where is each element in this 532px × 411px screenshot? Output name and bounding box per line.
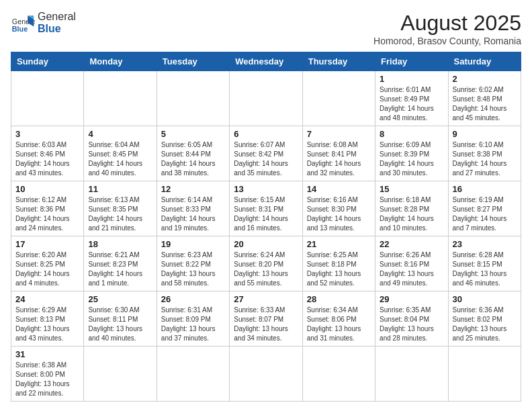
day-info: Sunrise: 6:38 AM Sunset: 8:00 PM Dayligh…	[15, 361, 79, 398]
day-number: 23	[453, 239, 517, 249]
calendar-day-cell: 20Sunrise: 6:24 AM Sunset: 8:20 PM Dayli…	[230, 236, 302, 291]
day-info: Sunrise: 6:13 AM Sunset: 8:35 PM Dayligh…	[88, 195, 152, 233]
calendar-day-cell	[302, 71, 375, 126]
calendar-day-cell	[84, 347, 157, 402]
day-info: Sunrise: 6:25 AM Sunset: 8:18 PM Dayligh…	[307, 250, 371, 288]
calendar-day-cell: 27Sunrise: 6:33 AM Sunset: 8:07 PM Dayli…	[230, 291, 302, 347]
day-info: Sunrise: 6:18 AM Sunset: 8:28 PM Dayligh…	[380, 195, 443, 233]
day-number: 8	[380, 129, 443, 139]
day-info: Sunrise: 6:01 AM Sunset: 8:49 PM Dayligh…	[380, 85, 443, 123]
day-number: 1	[380, 74, 443, 84]
column-header-sunday: Sunday	[11, 52, 84, 71]
day-info: Sunrise: 6:15 AM Sunset: 8:31 PM Dayligh…	[234, 195, 298, 233]
day-number: 27	[234, 294, 298, 304]
day-number: 3	[15, 129, 79, 139]
day-info: Sunrise: 6:16 AM Sunset: 8:30 PM Dayligh…	[307, 195, 371, 233]
day-number: 12	[161, 184, 225, 194]
column-header-saturday: Saturday	[448, 52, 521, 71]
day-number: 20	[234, 239, 298, 249]
day-info: Sunrise: 6:33 AM Sunset: 8:07 PM Dayligh…	[234, 306, 298, 343]
calendar-day-cell: 25Sunrise: 6:30 AM Sunset: 8:11 PM Dayli…	[84, 291, 157, 347]
calendar-day-cell	[230, 71, 302, 126]
calendar-day-cell: 7Sunrise: 6:08 AM Sunset: 8:41 PM Daylig…	[302, 126, 375, 181]
column-header-tuesday: Tuesday	[157, 52, 229, 71]
day-info: Sunrise: 6:36 AM Sunset: 8:02 PM Dayligh…	[453, 306, 517, 343]
day-number: 22	[380, 239, 443, 249]
calendar-week-row: 1Sunrise: 6:01 AM Sunset: 8:49 PM Daylig…	[11, 71, 521, 126]
title-area: August 2025 Homorod, Brasov County, Roma…	[373, 11, 521, 46]
day-number: 9	[453, 129, 517, 139]
day-number: 14	[307, 184, 371, 194]
calendar-day-cell: 21Sunrise: 6:25 AM Sunset: 8:18 PM Dayli…	[302, 236, 375, 291]
logo-blue-text: Blue	[38, 23, 76, 35]
calendar-day-cell: 4Sunrise: 6:04 AM Sunset: 8:45 PM Daylig…	[84, 126, 157, 181]
day-number: 30	[453, 294, 517, 304]
calendar-day-cell: 12Sunrise: 6:14 AM Sunset: 8:33 PM Dayli…	[157, 181, 229, 236]
calendar-day-cell: 9Sunrise: 6:10 AM Sunset: 8:38 PM Daylig…	[448, 126, 521, 181]
calendar-day-cell	[302, 347, 375, 402]
day-info: Sunrise: 6:05 AM Sunset: 8:44 PM Dayligh…	[161, 140, 225, 178]
day-info: Sunrise: 6:34 AM Sunset: 8:06 PM Dayligh…	[307, 306, 371, 343]
month-year-title: August 2025	[373, 11, 521, 36]
calendar-day-cell	[157, 71, 229, 126]
calendar-day-cell: 22Sunrise: 6:26 AM Sunset: 8:16 PM Dayli…	[375, 236, 448, 291]
day-number: 6	[234, 129, 298, 139]
day-number: 13	[234, 184, 298, 194]
calendar-day-cell: 6Sunrise: 6:07 AM Sunset: 8:42 PM Daylig…	[230, 126, 302, 181]
day-number: 5	[161, 129, 225, 139]
calendar-day-cell: 26Sunrise: 6:31 AM Sunset: 8:09 PM Dayli…	[157, 291, 229, 347]
day-number: 10	[15, 184, 79, 194]
day-number: 7	[307, 129, 371, 139]
day-number: 31	[15, 349, 79, 359]
calendar-day-cell	[375, 347, 448, 402]
day-info: Sunrise: 6:09 AM Sunset: 8:39 PM Dayligh…	[380, 140, 443, 178]
calendar-table: SundayMondayTuesdayWednesdayThursdayFrid…	[11, 52, 521, 402]
calendar-week-row: 31Sunrise: 6:38 AM Sunset: 8:00 PM Dayli…	[11, 347, 521, 402]
day-number: 19	[161, 239, 225, 249]
day-info: Sunrise: 6:24 AM Sunset: 8:20 PM Dayligh…	[234, 250, 298, 288]
calendar-day-cell: 10Sunrise: 6:12 AM Sunset: 8:36 PM Dayli…	[11, 181, 84, 236]
page-header: General Blue General Blue August 2025 Ho…	[11, 11, 521, 46]
day-number: 26	[161, 294, 225, 304]
calendar-day-cell: 16Sunrise: 6:19 AM Sunset: 8:27 PM Dayli…	[448, 181, 521, 236]
day-info: Sunrise: 6:28 AM Sunset: 8:15 PM Dayligh…	[453, 250, 517, 288]
calendar-day-cell: 29Sunrise: 6:35 AM Sunset: 8:04 PM Dayli…	[375, 291, 448, 347]
logo-general-text: General	[38, 11, 76, 23]
day-info: Sunrise: 6:12 AM Sunset: 8:36 PM Dayligh…	[15, 195, 79, 233]
day-info: Sunrise: 6:14 AM Sunset: 8:33 PM Dayligh…	[161, 195, 225, 233]
day-info: Sunrise: 6:02 AM Sunset: 8:48 PM Dayligh…	[453, 85, 517, 123]
calendar-day-cell: 28Sunrise: 6:34 AM Sunset: 8:06 PM Dayli…	[302, 291, 375, 347]
day-info: Sunrise: 6:20 AM Sunset: 8:25 PM Dayligh…	[15, 250, 79, 288]
calendar-day-cell	[11, 71, 84, 126]
calendar-day-cell: 19Sunrise: 6:23 AM Sunset: 8:22 PM Dayli…	[157, 236, 229, 291]
calendar-day-cell: 11Sunrise: 6:13 AM Sunset: 8:35 PM Dayli…	[84, 181, 157, 236]
day-info: Sunrise: 6:04 AM Sunset: 8:45 PM Dayligh…	[88, 140, 152, 178]
day-number: 11	[88, 184, 152, 194]
day-info: Sunrise: 6:26 AM Sunset: 8:16 PM Dayligh…	[380, 250, 443, 288]
day-info: Sunrise: 6:23 AM Sunset: 8:22 PM Dayligh…	[161, 250, 225, 288]
calendar-day-cell: 30Sunrise: 6:36 AM Sunset: 8:02 PM Dayli…	[448, 291, 521, 347]
day-number: 17	[15, 239, 79, 249]
day-number: 4	[88, 129, 152, 139]
calendar-day-cell: 2Sunrise: 6:02 AM Sunset: 8:48 PM Daylig…	[448, 71, 521, 126]
column-header-monday: Monday	[84, 52, 157, 71]
calendar-day-cell	[157, 347, 229, 402]
day-number: 24	[15, 294, 79, 304]
calendar-week-row: 10Sunrise: 6:12 AM Sunset: 8:36 PM Dayli…	[11, 181, 521, 236]
calendar-day-cell: 1Sunrise: 6:01 AM Sunset: 8:49 PM Daylig…	[375, 71, 448, 126]
day-info: Sunrise: 6:35 AM Sunset: 8:04 PM Dayligh…	[380, 306, 443, 343]
day-number: 29	[380, 294, 443, 304]
calendar-day-cell: 31Sunrise: 6:38 AM Sunset: 8:00 PM Dayli…	[11, 347, 84, 402]
calendar-day-cell: 8Sunrise: 6:09 AM Sunset: 8:39 PM Daylig…	[375, 126, 448, 181]
day-number: 21	[307, 239, 371, 249]
calendar-week-row: 24Sunrise: 6:29 AM Sunset: 8:13 PM Dayli…	[11, 291, 521, 347]
day-number: 16	[453, 184, 517, 194]
generalblue-logo-icon: General Blue	[11, 11, 35, 35]
day-number: 15	[380, 184, 443, 194]
calendar-day-cell: 17Sunrise: 6:20 AM Sunset: 8:25 PM Dayli…	[11, 236, 84, 291]
day-number: 2	[453, 74, 517, 84]
calendar-day-cell: 13Sunrise: 6:15 AM Sunset: 8:31 PM Dayli…	[230, 181, 302, 236]
day-info: Sunrise: 6:08 AM Sunset: 8:41 PM Dayligh…	[307, 140, 371, 178]
column-header-wednesday: Wednesday	[230, 52, 302, 71]
day-number: 18	[88, 239, 152, 249]
